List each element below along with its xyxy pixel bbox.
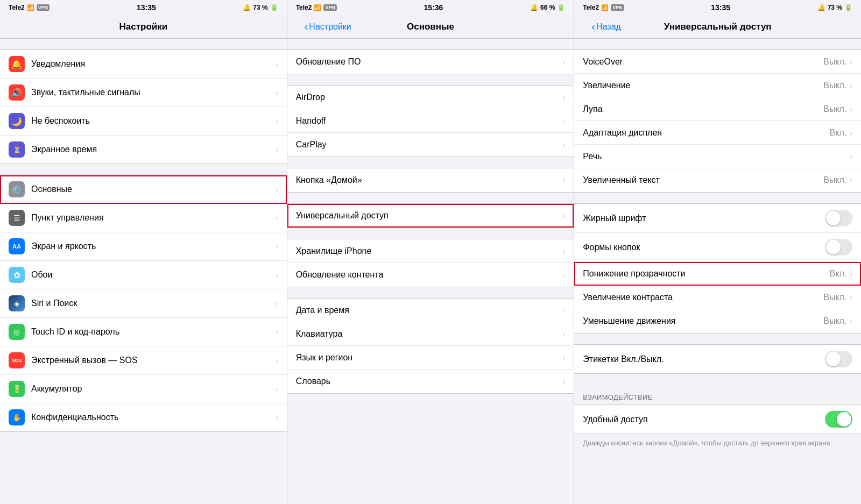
wifi-icon-3: 📶 <box>601 4 609 11</box>
general-label: Основные <box>31 184 276 194</box>
status-left-1: Tele2 📶 VPN <box>9 4 50 11</box>
sos-icon: SOS <box>9 352 25 368</box>
touchid-icon: ◎ <box>9 324 25 340</box>
dictionary-label: Словарь <box>296 377 563 386</box>
list-item-wallpaper[interactable]: ✿ Обои › <box>0 261 287 289</box>
list-item-notifications[interactable]: 🔔 Уведомления › <box>0 50 287 79</box>
list-item-loupe[interactable]: Лупа Выкл. › <box>574 97 861 121</box>
battery-1: 73 % <box>253 4 267 11</box>
list-item-increasecontrast[interactable]: Увеличение контраста Выкл. › <box>574 286 861 309</box>
list-item-homebutton[interactable]: Кнопка «Домой» › <box>287 168 574 192</box>
datetime-label: Дата и время <box>296 306 563 315</box>
chevron-icon: › <box>850 176 852 184</box>
alarm-icon-3: 🔔 <box>817 4 825 11</box>
sos-label: Экстренный вызов — SOS <box>31 356 276 365</box>
list-item-onofflabels[interactable]: Этикетки Вкл./Выкл. <box>574 345 861 373</box>
settings-group-general: ⚙️ Основные › ☰ Пункт управления › AA Эк… <box>0 175 287 432</box>
list-item-battery[interactable]: 🔋 Аккумулятор › <box>0 375 287 403</box>
list-item-carplay[interactable]: CarPlay › <box>287 133 574 157</box>
chevron-icon: › <box>276 299 278 308</box>
chevron-icon: › <box>276 356 278 365</box>
list-item-keyboard[interactable]: Клавиатура › <box>287 322 574 346</box>
list-item-accessibility[interactable]: Универсальный доступ › <box>287 204 574 228</box>
chevron-icon: › <box>850 317 852 325</box>
list-item-voiceover[interactable]: VoiceOver Выкл. › <box>574 50 861 74</box>
list-item-reducetransparency[interactable]: Понижение прозрачности Вкл. › <box>574 262 861 286</box>
battery-3: 73 % <box>828 4 842 11</box>
list-item-handoff[interactable]: Handoff › <box>287 109 574 133</box>
chevron-icon: › <box>563 271 566 279</box>
list-item-dictionary[interactable]: Словарь › <box>287 370 574 393</box>
status-right-3: 🔔 73 % 🔋 <box>817 4 852 11</box>
battery-icon-2: 🔋 <box>557 4 565 11</box>
list-item-assistivetouch[interactable]: Удобный доступ <box>574 405 861 434</box>
panel-accessibility: Tele2 📶 VPN 13:35 🔔 73 % 🔋 ‹ Назад Униве… <box>574 0 861 504</box>
chevron-icon: › <box>276 145 278 154</box>
voiceover-label: VoiceOver <box>583 57 823 67</box>
chevron-icon: › <box>850 293 852 302</box>
list-item-airdrop[interactable]: AirDrop › <box>287 86 574 109</box>
language-label: Язык и регион <box>296 353 563 363</box>
list-item-sos[interactable]: SOS Экстренный вызов — SOS › <box>0 346 287 375</box>
list-item-display-adapt[interactable]: Адаптация дисплея Вкл. › <box>574 121 861 145</box>
status-bar-3: Tele2 📶 VPN 13:35 🔔 73 % 🔋 <box>574 0 861 15</box>
bold-toggle[interactable] <box>825 210 852 226</box>
assistivetouch-toggle[interactable] <box>825 411 852 428</box>
chevron-icon: › <box>276 242 278 251</box>
list-item-privacy[interactable]: ✋ Конфиденциальность › <box>0 403 287 431</box>
list-item-touchid[interactable]: ◎ Touch ID и код-пароль › <box>0 318 287 346</box>
group-accessibility: Универсальный доступ › <box>287 203 574 228</box>
reducemotion-value: Выкл. <box>823 316 846 326</box>
list-item-bold[interactable]: Жирный шрифт <box>574 204 861 233</box>
carrier-2: Tele2 <box>296 4 312 11</box>
homebutton-label: Кнопка «Домой» <box>296 175 563 185</box>
donotdisturb-label: Не беспокоить <box>31 116 276 126</box>
wifi-icon-1: 📶 <box>27 4 34 11</box>
group-airdrop: AirDrop › Handoff › CarPlay › <box>287 85 574 157</box>
list-item-controlcenter[interactable]: ☰ Пункт управления › <box>0 204 287 232</box>
buttonshapes-toggle[interactable] <box>825 239 852 255</box>
back-button-2[interactable]: ‹ Настройки <box>305 20 351 33</box>
carrier-1: Tele2 <box>9 4 25 11</box>
chevron-icon: › <box>276 214 278 222</box>
list-item-bgrefresh[interactable]: Обновление контента › <box>287 263 574 287</box>
battery-icon-3: 🔋 <box>844 4 852 11</box>
settings-list-3: VoiceOver Выкл. › Увеличение Выкл. › Луп… <box>574 39 861 504</box>
assistivetouch-note: Дважды коснитесь кнопки «Домой», чтобы д… <box>574 434 861 455</box>
onofflabels-label: Этикетки Вкл./Выкл. <box>583 354 825 364</box>
sounds-label: Звуки, тактильные сигналы <box>31 88 276 97</box>
list-item-speech[interactable]: Речь › <box>574 145 861 168</box>
status-right-2: 🔔 66 % 🔋 <box>530 4 565 11</box>
list-item-reducemotion[interactable]: Уменьшение движения Выкл. › <box>574 309 861 333</box>
wallpaper-icon: ✿ <box>9 267 25 283</box>
list-item-datetime[interactable]: Дата и время › <box>287 299 574 322</box>
chevron-icon: › <box>563 211 566 220</box>
back-button-3[interactable]: ‹ Назад <box>591 20 621 33</box>
list-item-language[interactable]: Язык и регион › <box>287 346 574 370</box>
chevron-icon: › <box>276 60 278 68</box>
battery-2: 66 % <box>540 4 555 11</box>
chevron-icon: › <box>276 117 278 125</box>
list-item-zoom[interactable]: Увеличение Выкл. › <box>574 74 861 97</box>
controlcenter-icon: ☰ <box>9 210 25 226</box>
list-item-storage[interactable]: Хранилище iPhone › <box>287 239 574 263</box>
status-left-2: Tele2 📶 VPN <box>296 4 337 11</box>
display-adapt-value: Вкл. <box>830 128 847 138</box>
list-item-siri[interactable]: ◈ Siri и Поиск › <box>0 289 287 318</box>
group-voiceover: VoiceOver Выкл. › Увеличение Выкл. › Луп… <box>574 49 861 193</box>
list-item-screentime[interactable]: ⏳ Экранное время › <box>0 136 287 164</box>
buttonshapes-label: Формы кнопок <box>583 243 825 252</box>
list-item-buttonshapes[interactable]: Формы кнопок <box>574 233 861 262</box>
onofflabels-toggle[interactable] <box>825 351 852 367</box>
back-label-3: Назад <box>596 22 621 32</box>
list-item-display[interactable]: AA Экран и яркость › <box>0 232 287 261</box>
list-item-update[interactable]: Обновление ПО › <box>287 50 574 74</box>
list-item-largetext[interactable]: Увеличенный текст Выкл. › <box>574 168 861 192</box>
list-item-donotdisturb[interactable]: 🌙 Не беспокоить › <box>0 107 287 136</box>
display-adapt-label: Адаптация дисплея <box>583 128 829 138</box>
list-item-general[interactable]: ⚙️ Основные › <box>0 175 287 204</box>
reducetransparency-value: Вкл. <box>830 269 847 279</box>
general-icon: ⚙️ <box>9 181 25 197</box>
handoff-label: Handoff <box>296 116 563 126</box>
list-item-sounds[interactable]: 🔊 Звуки, тактильные сигналы › <box>0 79 287 107</box>
